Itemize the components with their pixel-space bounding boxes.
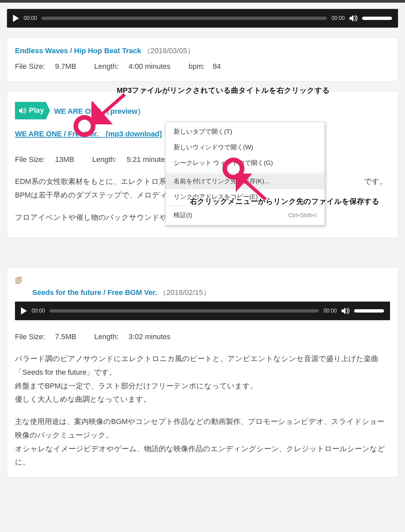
ctx-open-incognito[interactable]: シークレット ウィンドウで開く(G): [166, 155, 325, 171]
music-note-icon: 🗐: [15, 274, 22, 288]
track-card-we-are-one: MP3ファイルがリンクされている曲タイトルを右クリックする Play WE AR…: [7, 91, 398, 238]
length-value: 4:00 minutes: [129, 62, 171, 70]
annotation-top: MP3ファイルがリンクされている曲タイトルを右クリックする: [117, 84, 330, 97]
filesize-value: 7.5MB: [55, 332, 76, 341]
bpm-label: bpm:: [189, 62, 205, 70]
length-label: Length:: [92, 155, 116, 164]
track3-desc1: バラード調のピアノサウンドにエレクトロニカ風のビートと、アンビエントなシンセ音源…: [15, 352, 390, 379]
progress-bar[interactable]: [50, 309, 319, 313]
time-total: 00:00: [324, 306, 337, 316]
length-value: 5:21 minutes: [127, 155, 169, 164]
filesize-label: File Size:: [15, 62, 45, 70]
audio-player: 00:00 00:00: [7, 9, 398, 28]
track3-meta: File Size: 7.5MB Length: 3:02 minutes: [15, 330, 390, 344]
filesize-label: File Size:: [15, 155, 45, 164]
ctx-save-link-as[interactable]: 名前を付けてリンク先を保存(K)...: [166, 174, 325, 189]
play-icon[interactable]: [13, 15, 19, 22]
page-topbar: [0, 0, 405, 3]
track3-title-link[interactable]: Seeds for the future / Free BGM Ver.: [32, 288, 157, 297]
ctx-separator: [166, 172, 325, 172]
length-label: Length:: [94, 62, 118, 70]
ctx-inspect[interactable]: 検証(I) Ctrl+Shift+I: [166, 207, 325, 223]
track3-desc4: 主な使用用途は、案内映像のBGMやコンセプト作品などの動画製作、プロモーションビ…: [15, 415, 390, 442]
volume-icon[interactable]: [349, 15, 357, 22]
track-title-link[interactable]: Endless Waves / Hip Hop Beat Track: [15, 47, 141, 55]
bpm-value: 84: [213, 62, 221, 70]
filesize-label: File Size:: [15, 332, 45, 341]
context-menu: 新しいタブで開く(T) 新しいウィンドウで開く(W) シークレット ウィンドウで…: [165, 122, 325, 225]
length-value: 3:02 minutes: [129, 332, 171, 341]
volume-icon[interactable]: [341, 307, 349, 315]
ctx-open-new-tab[interactable]: 新しいタブで開く(T): [166, 124, 325, 140]
speaker-icon: [19, 107, 26, 114]
play-icon[interactable]: [21, 307, 27, 315]
progress-bar[interactable]: [42, 17, 327, 20]
time-total: 00:00: [332, 13, 345, 23]
track-card-seeds: 🗐 Seeds for the future / Free BGM Ver. （…: [7, 267, 398, 477]
volume-slider[interactable]: [354, 309, 384, 313]
track-card-endless-waves: Endless Waves / Hip Hop Beat Track （2018…: [7, 37, 398, 81]
volume-slider[interactable]: [362, 17, 392, 20]
time-current: 00:00: [32, 306, 45, 316]
filesize-value: 9.7MB: [55, 62, 76, 70]
mp3-download-link[interactable]: WE ARE ONE / Free Ver. [mp3 download]: [15, 130, 162, 138]
length-label: Length:: [94, 332, 118, 341]
audio-player-track3: 00:00 00:00: [15, 302, 390, 320]
preview-title-link[interactable]: WE ARE ONE （preview）: [54, 107, 145, 116]
play-badge[interactable]: Play: [15, 102, 50, 119]
audio-card-top: 00:00 00:00: [7, 9, 398, 28]
track3-desc3: 優しく大人しめな曲調となっています。: [15, 393, 390, 406]
ctx-open-new-window[interactable]: 新しいウィンドウで開く(W): [166, 140, 325, 155]
play-label: Play: [29, 104, 44, 117]
track3-desc2: 終盤までBPMは一定で、ラスト部分だけフリーテンポになっています。: [15, 379, 390, 393]
track3-date: （2018/02/15）: [159, 288, 210, 297]
filesize-value: 13MB: [55, 155, 74, 164]
track3-desc5: オシャレなイメージビデオやゲーム、物語的な映像作品のエンディングシーン、クレジッ…: [15, 442, 390, 469]
time-current: 00:00: [24, 13, 37, 23]
ctx-separator: [166, 206, 325, 206]
track-meta: File Size: 9.7MB Length: 4:00 minutes bp…: [15, 60, 390, 73]
ctx-inspect-shortcut: Ctrl+Shift+I: [288, 211, 317, 219]
track-date: （2018/03/05）: [143, 47, 195, 55]
ctx-copy-link-address[interactable]: リンクのアドレスをコピー(E): [166, 189, 325, 205]
